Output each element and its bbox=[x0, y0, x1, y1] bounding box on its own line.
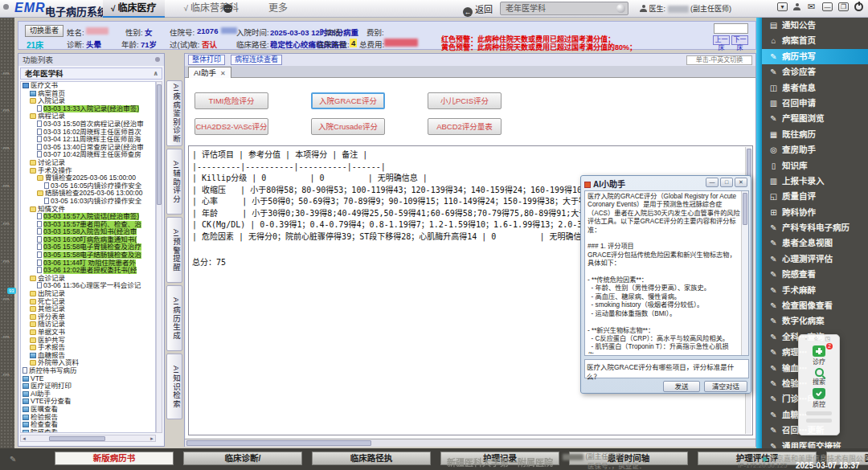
restore-icon[interactable]: ❐ bbox=[838, 2, 849, 11]
score-button[interactable]: 入院Crusade评分 bbox=[311, 118, 385, 135]
sidebar-item[interactable]: 心理测评评估 bbox=[762, 251, 868, 267]
score-button[interactable]: 入院GRACE评分 bbox=[311, 92, 385, 109]
tree-item[interactable]: 随访记录 bbox=[21, 321, 155, 329]
sidebar-item[interactable]: 院感查看 bbox=[762, 267, 868, 282]
tree-item[interactable]: 血糖报告 bbox=[21, 352, 155, 360]
prev-bed-button[interactable]: 上一床 bbox=[713, 35, 730, 45]
main-horizontal-scrollbar[interactable] bbox=[185, 439, 755, 447]
tree-item[interactable]: 03-06 12:02患者授权委托书(经 bbox=[21, 267, 155, 275]
clear-chat-button[interactable]: 清空对话 bbox=[704, 381, 747, 392]
sidebar-item[interactable]: 查房助手 bbox=[762, 142, 868, 157]
tab-ai-assistant[interactable]: AI助手✕ bbox=[188, 67, 231, 78]
tree-item[interactable]: 03-05 16:03内镜诊疗操作安全 bbox=[21, 198, 155, 206]
score-button[interactable]: TIMI危险评分 bbox=[194, 92, 268, 109]
bottom-tab[interactable]: 临床路径执 bbox=[312, 452, 431, 465]
sidebar-item[interactable]: 检查图像查看 bbox=[762, 298, 868, 313]
tree-item[interactable]: 质控待书写病历 bbox=[21, 367, 155, 375]
sidebar-item[interactable]: 病案首页 bbox=[762, 33, 868, 48]
tree-item[interactable]: 病案首页 bbox=[21, 90, 155, 98]
tree-item[interactable]: 03-03 15:58入院告知书(经治审 bbox=[21, 228, 155, 236]
sidebar-item[interactable]: 数字化病案 bbox=[762, 313, 868, 329]
dock-icon[interactable]: 灬 bbox=[2, 178, 10, 189]
dialog-scrollbar[interactable] bbox=[741, 191, 748, 355]
dock-icon[interactable]: 灬 bbox=[2, 103, 10, 113]
sidebar-item[interactable]: 知识库 bbox=[762, 158, 868, 174]
float-panel-item[interactable]: 2 诊疗 bbox=[799, 345, 839, 366]
float-panel-item[interactable]: 质控 bbox=[799, 388, 839, 408]
dropdown-box-icon[interactable]: ▾ bbox=[777, 2, 788, 11]
panel-mini-icons[interactable]: ◦ ☆ ◳ bbox=[799, 335, 839, 343]
top-nav-tab[interactable]: √临床营养科 bbox=[176, 0, 248, 18]
sidebar-item[interactable]: 既往病历 bbox=[762, 127, 868, 142]
tree-item[interactable]: 医疗文书 bbox=[21, 82, 155, 90]
tree-item[interactable]: 院感查看 bbox=[21, 429, 155, 433]
ai-side-tab[interactable]: AI疾病鉴别诊断 bbox=[166, 80, 182, 146]
sidebar-item[interactable]: 患者信息 bbox=[762, 80, 868, 96]
switch-patient-button[interactable]: 切换患者 bbox=[25, 25, 63, 37]
sidebar-item[interactable]: 上报卡录入 bbox=[762, 174, 868, 189]
tree-item[interactable]: 其他记录 bbox=[21, 305, 155, 313]
tree-item[interactable]: 结肠镜检查2025-03-06 13:00:00 bbox=[21, 190, 155, 198]
tree-item[interactable]: 03-03 13:33入院记录(经治审签) bbox=[21, 105, 155, 113]
tree-item[interactable]: 03-06 11:44叮 劝阻住院患者外 bbox=[21, 260, 155, 268]
tree-item[interactable]: 出院记录 bbox=[21, 290, 155, 298]
score-button[interactable]: CHA2DS2-VASc评分 bbox=[194, 118, 268, 135]
sidebar-item[interactable]: 患者全息视图 bbox=[762, 235, 868, 251]
pin-icon[interactable]: ✎ bbox=[10, 455, 16, 464]
language-toggle[interactable]: 单击-中英文切换 bbox=[686, 55, 752, 65]
sidebar-item[interactable]: 产程图浏览 bbox=[762, 111, 868, 126]
tree-item[interactable]: 03-03 15:57入院谈话(经治审签) bbox=[21, 213, 155, 221]
tree-item[interactable]: 手术报告 bbox=[21, 344, 155, 352]
top-nav-tab[interactable]: √临床医疗 bbox=[103, 0, 165, 18]
sidebar-item[interactable]: 会诊应答 bbox=[762, 64, 868, 80]
sidebar-item[interactable]: 召回申请 bbox=[762, 96, 868, 111]
tree-item[interactable]: 入院记录 bbox=[21, 97, 155, 105]
tree-item[interactable]: 03-03 16:00叮病危病重通知书( bbox=[21, 236, 155, 244]
continuous-view-button[interactable]: 病程连续查看 bbox=[231, 55, 282, 65]
user-icon[interactable] bbox=[793, 3, 800, 10]
tree-vertical-scrollbar[interactable] bbox=[156, 81, 162, 433]
sidebar-item[interactable]: 通知公告 bbox=[762, 18, 868, 33]
tree-item[interactable]: 03-04 12:11周晓辉主任医师苗海 bbox=[21, 136, 155, 144]
tree-item[interactable]: 03-05 16:05内镜诊疗操作安全 bbox=[21, 182, 155, 190]
tree-item[interactable]: 评分表单 bbox=[21, 313, 155, 321]
sidebar-item[interactable]: 跨科协作 bbox=[762, 205, 868, 220]
bottom-tab[interactable]: 临床诊断/ bbox=[183, 452, 302, 465]
dock-icon[interactable]: 灬 bbox=[2, 216, 10, 227]
tree-item[interactable]: VTE评分查看 bbox=[21, 398, 155, 406]
maximize-icon[interactable]: □ bbox=[720, 178, 733, 187]
tree-item[interactable]: 会诊记录 bbox=[21, 275, 155, 283]
tree-item[interactable]: 知情文件 bbox=[21, 206, 155, 214]
bed-jump-input[interactable] bbox=[714, 23, 748, 34]
tree-item[interactable]: 外院带入资料 bbox=[21, 359, 155, 367]
tree-horizontal-scrollbar[interactable]: ◄► bbox=[20, 435, 156, 442]
ai-side-tab[interactable]: AI知识检索 bbox=[166, 354, 182, 419]
tree-item[interactable]: 医嘱查看 bbox=[21, 406, 155, 414]
pin-icon[interactable] bbox=[155, 57, 160, 62]
top-nav-tab[interactable]: 更多 bbox=[258, 0, 296, 18]
tree-item[interactable]: 讨论记录 bbox=[21, 159, 155, 167]
ai-side-tab[interactable]: AI辅助评分 bbox=[166, 149, 182, 215]
back-button[interactable]: ←返回 bbox=[463, 2, 493, 17]
sidebar-item[interactable]: 病历书写 bbox=[762, 49, 868, 64]
tree-item[interactable]: AI助手 bbox=[21, 390, 155, 398]
close-icon[interactable]: ✕ bbox=[220, 70, 226, 77]
tree-item[interactable]: 03-05 15:58电子胃镜检查及治疗 bbox=[21, 243, 155, 251]
minimize-icon[interactable]: — bbox=[822, 2, 833, 11]
dock-icon[interactable]: 灬 bbox=[2, 367, 10, 378]
score-button[interactable]: ABCD2评分量表 bbox=[428, 118, 502, 135]
power-icon[interactable] bbox=[854, 2, 863, 11]
question-input[interactable]: 医疗入院GRACE评分有哪些项目，评分标准是什么？ bbox=[584, 359, 749, 378]
tree-item[interactable]: 病程记录 bbox=[21, 112, 155, 121]
float-panel-item[interactable]: 搜索 bbox=[799, 368, 839, 386]
department-select[interactable]: 老年医学科 bbox=[500, 2, 628, 15]
sidebar-item[interactable]: 通用医师交接班 bbox=[762, 439, 868, 448]
tree-item[interactable]: 单据文书 bbox=[21, 329, 155, 337]
tree-item[interactable]: 检验报告 bbox=[21, 414, 155, 422]
tree-item[interactable]: 03-03 15:50首次病程记录(经治审 bbox=[21, 121, 155, 129]
mail-icon[interactable]: ✉ bbox=[806, 2, 817, 11]
print-whole-button[interactable]: 整体打印 bbox=[188, 55, 225, 65]
tree-item[interactable]: 03-05 15:58电子结肠镜检查及治 bbox=[21, 251, 155, 260]
score-button[interactable]: 小儿PCIS评分 bbox=[428, 92, 502, 109]
minimize-icon[interactable]: — bbox=[706, 178, 719, 187]
